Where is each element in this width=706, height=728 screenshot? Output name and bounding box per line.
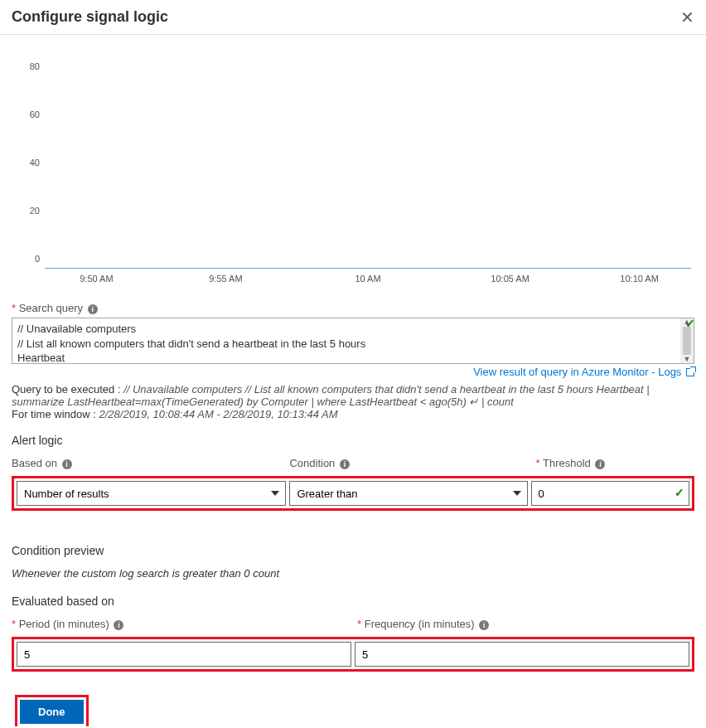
external-link-icon xyxy=(686,368,694,376)
y-tick: 60 xyxy=(7,109,40,119)
check-icon: ✓ xyxy=(685,317,695,330)
alert-logic-title: Alert logic xyxy=(12,434,694,447)
threshold-input[interactable] xyxy=(531,481,689,506)
info-icon[interactable]: i xyxy=(114,620,123,630)
x-tick: 10 AM xyxy=(355,274,380,284)
alert-logic-highlight: Number of results Greater than ✓ xyxy=(12,476,694,511)
info-icon[interactable]: i xyxy=(595,459,605,469)
y-tick: 20 xyxy=(7,206,40,216)
info-icon[interactable]: i xyxy=(88,304,98,314)
content-pane[interactable]: 0 20 40 60 80 9:50 AM 9:55 AM 10 AM 10:0… xyxy=(2,35,704,726)
x-tick: 9:55 AM xyxy=(209,274,242,284)
query-executed-text: Query to be executed : // Unavailable co… xyxy=(12,383,694,408)
info-icon[interactable]: i xyxy=(479,620,489,630)
close-icon[interactable]: ✕ xyxy=(680,9,694,26)
done-button[interactable]: Done xyxy=(20,700,84,724)
done-highlight: Done xyxy=(15,695,89,726)
check-icon: ✓ xyxy=(675,486,684,499)
x-tick: 10:05 AM xyxy=(491,274,529,284)
condition-select[interactable]: Greater than xyxy=(289,481,527,506)
condition-label: Condition i xyxy=(289,457,527,469)
frequency-input[interactable] xyxy=(355,642,689,667)
info-icon[interactable]: i xyxy=(340,459,350,469)
x-tick: 10:10 AM xyxy=(620,274,658,284)
frequency-label: * Frequency (in minutes) i xyxy=(357,618,694,630)
search-query-label: * Search query i xyxy=(12,302,694,314)
condition-preview-title: Condition preview xyxy=(12,544,694,557)
search-query-input[interactable] xyxy=(12,318,680,363)
x-tick: 9:50 AM xyxy=(80,274,113,284)
condition-preview-text: Whenever the custom log search is greate… xyxy=(12,567,694,580)
view-result-link[interactable]: View result of query in Azure Monitor - … xyxy=(473,366,694,378)
based-on-select[interactable]: Number of results xyxy=(17,481,286,506)
y-tick: 80 xyxy=(7,61,40,71)
threshold-label: * Threshold i xyxy=(536,457,694,469)
based-on-label: Based on i xyxy=(12,457,281,469)
period-input[interactable] xyxy=(17,642,351,667)
evaluated-title: Evaluated based on xyxy=(12,595,694,608)
dialog-title: Configure signal logic xyxy=(12,8,168,26)
info-icon[interactable]: i xyxy=(62,459,72,469)
time-window-text: For time window : 2/28/2019, 10:08:44 AM… xyxy=(12,408,694,420)
y-tick: 40 xyxy=(7,158,40,167)
result-chart: 0 20 40 60 80 9:50 AM 9:55 AM 10 AM 10:0… xyxy=(12,41,694,290)
evaluated-highlight xyxy=(12,637,694,672)
dialog-header: Configure signal logic ✕ xyxy=(0,0,706,35)
search-query-box: ▲▼ ✓ xyxy=(12,318,694,364)
y-tick: 0 xyxy=(7,254,40,264)
period-label: * Period (in minutes) i xyxy=(12,618,349,630)
